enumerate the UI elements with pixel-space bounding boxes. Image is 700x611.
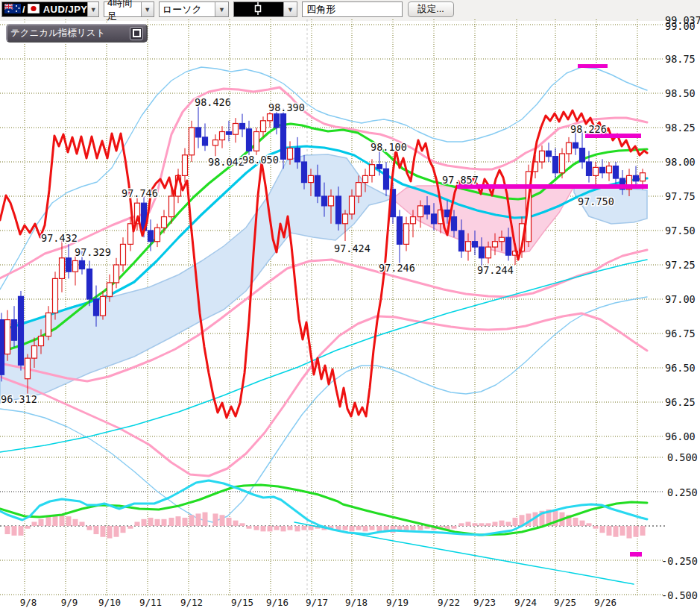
chart-canvas[interactable]: 96.31297.43297.32997.74698.42698.04298.0…: [0, 0, 700, 611]
candle-body[interactable]: [573, 142, 578, 148]
candle-body[interactable]: [350, 196, 355, 214]
candle-body[interactable]: [377, 165, 382, 169]
candle-body[interactable]: [452, 217, 457, 231]
candle-body[interactable]: [607, 166, 612, 173]
candle-body[interactable]: [183, 155, 188, 176]
candle-body[interactable]: [155, 228, 160, 241]
candle-body[interactable]: [203, 137, 208, 145]
candle-body[interactable]: [418, 206, 423, 217]
candle-body[interactable]: [53, 278, 58, 313]
candle-body[interactable]: [370, 165, 375, 176]
overlay-lines: [0, 67, 647, 522]
histogram-bar: [302, 526, 307, 530]
date-axis-label: 9/25: [554, 597, 576, 608]
candle-body[interactable]: [322, 196, 327, 206]
candle-body[interactable]: [295, 148, 300, 162]
candle-body[interactable]: [432, 214, 437, 224]
candle-body[interactable]: [343, 214, 348, 224]
candle-body[interactable]: [459, 231, 464, 251]
candle-body[interactable]: [587, 162, 592, 175]
candle-body[interactable]: [73, 260, 78, 272]
swing-price-label: 98.100: [371, 141, 407, 153]
technical-indicator-list-panel[interactable]: テクニカル指標リスト: [6, 24, 148, 43]
candle-body[interactable]: [274, 114, 280, 128]
candle-body[interactable]: [363, 175, 368, 182]
candle-body[interactable]: [281, 114, 286, 160]
candle-body[interactable]: [254, 132, 259, 151]
magenta-horizontal-line[interactable]: [630, 552, 642, 557]
candle-body[interactable]: [493, 242, 498, 247]
candle-body[interactable]: [329, 196, 334, 206]
candle-body[interactable]: [309, 175, 314, 182]
candle-body[interactable]: [506, 237, 511, 255]
candle-body[interactable]: [94, 299, 99, 316]
candle-body[interactable]: [220, 132, 225, 140]
candle-body[interactable]: [445, 210, 450, 216]
histogram-bar: [135, 521, 140, 526]
candle-body[interactable]: [268, 114, 273, 121]
magenta-horizontal-line[interactable]: [578, 64, 608, 68]
candle-body[interactable]: [66, 258, 72, 272]
candle-body[interactable]: [499, 237, 505, 242]
histogram-bar: [607, 526, 612, 536]
candle-body[interactable]: [148, 231, 154, 242]
candle-body[interactable]: [600, 167, 605, 172]
candle-body[interactable]: [640, 173, 646, 181]
swing-price-label: 97.857: [442, 174, 479, 186]
candle-body[interactable]: [356, 183, 362, 196]
candle-body[interactable]: [101, 296, 106, 316]
candle-body[interactable]: [384, 169, 389, 189]
candle-body[interactable]: [227, 132, 232, 135]
histogram-bar: [87, 526, 92, 530]
candle-body[interactable]: [315, 175, 321, 196]
candle-body[interactable]: [46, 313, 51, 336]
candle-body[interactable]: [196, 128, 201, 137]
candle-body[interactable]: [121, 244, 126, 265]
candle-body[interactable]: [336, 196, 341, 224]
candle-body[interactable]: [411, 217, 416, 224]
candle-body[interactable]: [634, 175, 639, 181]
candle-body[interactable]: [80, 260, 85, 269]
candle-body[interactable]: [169, 196, 174, 217]
candle-body[interactable]: [107, 283, 113, 296]
candle-body[interactable]: [593, 167, 599, 175]
candle-body[interactable]: [302, 162, 307, 183]
candle-body[interactable]: [162, 217, 167, 228]
candle-body[interactable]: [425, 206, 430, 214]
candle-body[interactable]: [473, 242, 478, 247]
candle-body[interactable]: [189, 128, 195, 155]
candle-body[interactable]: [39, 336, 44, 346]
histogram-bar: [203, 513, 208, 526]
candle-body[interactable]: [25, 358, 31, 379]
candle-body[interactable]: [32, 346, 37, 359]
histogram-bar: [288, 526, 293, 530]
candle-body[interactable]: [560, 154, 565, 173]
candle-body[interactable]: [614, 166, 619, 179]
candle-body[interactable]: [567, 142, 572, 154]
candle-body[interactable]: [247, 129, 252, 151]
candle-body[interactable]: [553, 157, 558, 173]
candle-body[interactable]: [240, 123, 245, 128]
candle-body[interactable]: [580, 148, 585, 162]
candle-body[interactable]: [87, 269, 92, 299]
candle-body[interactable]: [546, 151, 552, 156]
candle-body[interactable]: [12, 320, 17, 341]
candle-body[interactable]: [60, 258, 65, 279]
candle-body[interactable]: [397, 217, 403, 245]
candle-body[interactable]: [114, 265, 119, 283]
panel-restore-button[interactable]: [130, 27, 143, 40]
histogram-bar: [370, 526, 375, 530]
candle-body[interactable]: [261, 121, 266, 132]
candle-body[interactable]: [288, 148, 293, 160]
candle-body[interactable]: [466, 242, 471, 251]
candle-body[interactable]: [213, 140, 218, 145]
magenta-horizontal-line[interactable]: [457, 184, 648, 189]
candle-body[interactable]: [5, 320, 10, 354]
candle-body[interactable]: [404, 224, 409, 245]
candle-body[interactable]: [233, 123, 239, 134]
candle-body[interactable]: [0, 320, 4, 375]
candle-body[interactable]: [479, 247, 485, 258]
candle-body[interactable]: [540, 151, 545, 162]
candle-body[interactable]: [486, 247, 491, 258]
candle-body[interactable]: [19, 296, 24, 365]
